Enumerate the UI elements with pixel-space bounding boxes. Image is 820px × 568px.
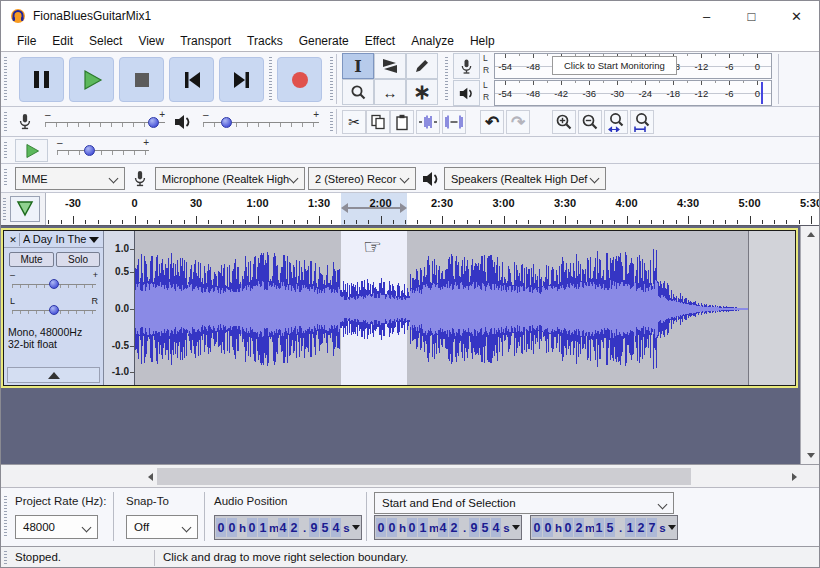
playback-volume-slider[interactable]: –+ [203,112,319,132]
transport-grip-2[interactable] [269,57,272,101]
device-grip[interactable] [4,169,7,187]
playback-volume-thumb[interactable] [221,117,232,128]
recording-device-dropdown[interactable]: Microphone (Realtek High [155,167,305,190]
timeline-label: 5:30 [800,197,820,209]
play-button[interactable] [69,57,114,102]
time-shift-tool-button[interactable]: ↔ [374,79,406,105]
track-area[interactable]: ✕ A Day In The Mute Solo –+ LR [1,226,819,464]
selection-end-field[interactable]: 00h02m15.127s [530,515,678,540]
menu-transport[interactable]: Transport [172,32,239,50]
play-at-speed-button[interactable] [15,139,48,162]
scroll-down-button[interactable] [801,447,820,464]
zoom-out-button[interactable] [578,110,602,134]
pause-button[interactable] [19,57,64,102]
menu-tracks[interactable]: Tracks [239,32,291,50]
envelope-tool-button[interactable] [374,53,406,79]
fit-project-button[interactable] [630,110,654,134]
selection-tool-button[interactable]: I [342,53,374,79]
redo-button[interactable]: ↷ [506,110,530,134]
menu-generate[interactable]: Generate [291,32,357,50]
maximize-button[interactable]: □ [729,1,774,31]
edit-grip[interactable] [330,112,333,131]
play-speed-thumb[interactable] [84,145,95,156]
zoom-tool-button[interactable] [342,79,374,105]
fit-selection-button[interactable] [604,110,628,134]
cut-button[interactable]: ✂ [342,110,366,134]
playback-meter[interactable]: -54-48-42-36-30-24-18-12-60 [494,80,772,106]
waveform-view[interactable]: ☞ [135,231,795,385]
meter-minor-tick [603,81,604,83]
scroll-left-button[interactable] [143,468,157,485]
menu-file[interactable]: File [9,32,44,50]
time-field-arrow-icon[interactable] [667,518,676,537]
record-meter-button[interactable] [453,53,480,79]
timeline-label: 4:00 [615,197,637,209]
scroll-up-button[interactable] [801,226,820,243]
record-button[interactable] [277,57,322,102]
transcription-grip[interactable] [4,142,7,158]
timeline-ruler[interactable]: -300301:001:302:002:303:003:304:004:305:… [46,193,819,225]
playback-meter-button[interactable] [453,80,480,106]
undo-button[interactable]: ↶ [480,110,504,134]
menu-view[interactable]: View [130,32,172,50]
menu-analyze[interactable]: Analyze [403,32,462,50]
tools-grip[interactable] [330,57,333,101]
recording-volume-slider[interactable]: –+ [45,112,165,132]
trim-audio-button[interactable] [416,110,440,134]
play-icon [81,69,103,91]
recording-volume-thumb[interactable] [148,117,159,128]
stop-button[interactable] [119,57,164,102]
paste-button[interactable] [390,110,414,134]
playback-device-dropdown[interactable]: Speakers (Realtek High Def [444,167,606,190]
menu-select[interactable]: Select [81,32,130,50]
meter-minor-tick [715,54,716,56]
time-field-arrow-icon[interactable] [511,518,520,537]
menu-effect[interactable]: Effect [357,32,403,50]
horizontal-scrollbar[interactable] [1,464,819,488]
pinned-play-head-button[interactable] [10,196,40,222]
menu-edit[interactable]: Edit [44,32,81,50]
draw-tool-button[interactable] [406,53,438,79]
track-pan-slider[interactable]: LR [10,298,98,318]
meter-grip[interactable] [445,57,448,101]
audio-position-field[interactable]: 00h01m42.954s [214,515,362,540]
track-title[interactable]: A Day In The [23,233,89,245]
recording-channels-dropdown[interactable]: 2 (Stereo) Recor [308,167,416,190]
empty-track-area[interactable] [749,231,795,385]
multi-tool-button[interactable]: ∗ [406,79,438,105]
track-gain-slider[interactable]: –+ [10,272,98,292]
mute-button[interactable]: Mute [9,252,54,267]
scroll-right-button[interactable] [787,468,801,485]
meter-scale-number: -12 [694,88,708,99]
transport-grip[interactable] [4,57,7,101]
time-field-arrow-icon[interactable] [351,518,360,537]
silence-audio-button[interactable] [442,110,466,134]
horizontal-scroll-thumb[interactable] [157,468,691,485]
track-menu-arrow-icon[interactable] [89,237,99,243]
monitoring-overlay[interactable]: Click to Start Monitoring [552,56,678,75]
minimize-button[interactable]: – [684,1,729,31]
play-speed-slider[interactable]: –+ [57,140,149,160]
track-close-icon[interactable]: ✕ [7,233,20,246]
close-button[interactable]: ✕ [774,1,819,31]
recording-meter[interactable]: Click to Start Monitoring -54-48-42-36-3… [494,53,772,79]
solo-button[interactable]: Solo [56,252,100,267]
snap-to-dropdown[interactable]: Off [126,515,198,539]
zoom-in-button[interactable] [552,110,576,134]
menu-help[interactable]: Help [462,32,503,50]
timeline-grip[interactable] [3,198,6,220]
gain-thumb[interactable] [49,279,59,289]
track-collapse-button[interactable] [7,367,100,383]
skip-to-end-button[interactable] [219,57,264,102]
selbar-grip[interactable] [4,496,7,538]
selection-start-field[interactable]: 00h01m42.954s [374,515,522,540]
selection-mode-dropdown[interactable]: Start and End of Selection [374,492,674,514]
vertical-scrollbar[interactable] [800,226,820,464]
copy-button[interactable] [366,110,390,134]
audio-host-dropdown[interactable]: MME [15,167,125,190]
skip-to-start-button[interactable] [169,57,214,102]
vertical-ruler[interactable]: 1.00.50.0-0.5-1.0 [104,231,135,385]
mixer-grip[interactable] [4,112,7,131]
pan-thumb[interactable] [49,305,59,315]
project-rate-dropdown[interactable]: 48000 [15,515,98,539]
